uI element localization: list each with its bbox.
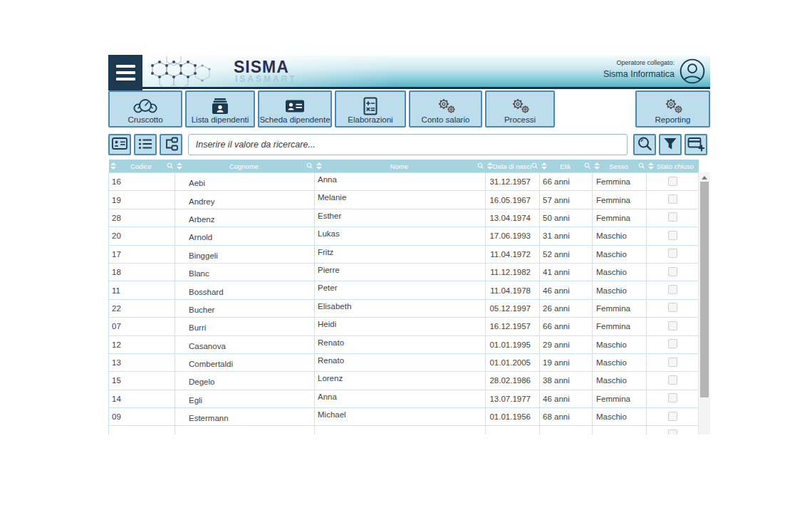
gears-icon (662, 97, 684, 115)
column-header-data-di-nascita[interactable]: Data di nascita (486, 160, 540, 173)
table-row[interactable]: 11 Bosshard Peter 11.04.1978 46 anni Mas… (109, 281, 699, 299)
cell-sesso: Maschio (593, 263, 647, 281)
cell-stato-chiuso (647, 281, 699, 299)
column-search-icon[interactable] (584, 162, 591, 170)
stato-chiuso-checkbox[interactable] (668, 249, 677, 258)
table-row[interactable]: 19 Andrey Melanie 16.05.1967 57 anni Fem… (109, 191, 699, 209)
table-row[interactable]: 07 Burri Heidi 16.12.1957 66 anni Femmin… (109, 318, 699, 335)
column-search-icon[interactable] (477, 162, 484, 170)
column-search-icon[interactable] (638, 162, 645, 170)
cell-stato-chiuso (647, 390, 699, 407)
sort-icon[interactable] (316, 162, 322, 170)
table-row[interactable]: 12 Casanova Renato 01.01.1995 29 anni Ma… (109, 335, 699, 353)
cell-cognome: Casanova (175, 335, 315, 353)
cell-sesso: Femmina (593, 191, 647, 209)
cell-sesso: Maschio (593, 281, 647, 299)
cell-eta: 46 anni (540, 281, 593, 299)
id-card-icon (285, 97, 305, 115)
stato-chiuso-checkbox[interactable] (668, 285, 677, 294)
stato-chiuso-checkbox[interactable] (668, 339, 677, 348)
cell-stato-chiuso (647, 245, 699, 263)
table-row[interactable]: 15 Degelo Lorenz 28.02.1986 38 anni Masc… (109, 372, 699, 390)
search-toolbar (108, 134, 710, 155)
table-row[interactable]: 09 Estermann Michael 01.01.1956 68 anni … (109, 408, 699, 426)
stato-chiuso-checkbox[interactable] (668, 412, 677, 421)
stato-chiuso-checkbox[interactable] (668, 303, 677, 312)
cell-sesso: Femmina (593, 299, 647, 317)
stato-chiuso-checkbox[interactable] (668, 375, 677, 385)
stato-chiuso-checkbox[interactable] (668, 430, 677, 434)
table-row[interactable]: 18 Blanc Pierre 11.12.1982 41 anni Masch… (109, 263, 699, 281)
column-search-icon[interactable] (306, 162, 313, 170)
cell-stato-chiuso (647, 263, 699, 281)
sort-icon[interactable] (110, 162, 116, 170)
toolbar-button-cruscotto[interactable]: Cruscotto (108, 90, 182, 128)
stato-chiuso-checkbox[interactable] (668, 321, 677, 331)
scrollbar-thumb[interactable] (700, 182, 709, 397)
card-view-icon (112, 137, 127, 152)
cell-sesso: Maschio (593, 372, 647, 390)
table-row[interactable]: 17 Binggeli Fritz 11.04.1972 52 anni Mas… (109, 245, 699, 263)
table-row[interactable]: 20 Arnold Lukas 17.06.1993 31 anni Masch… (109, 227, 699, 245)
tree-view-button[interactable] (160, 134, 182, 155)
toolbar-button-scheda-dipendente[interactable]: Scheda dipendente (258, 90, 332, 128)
column-search-icon[interactable] (167, 162, 174, 170)
stato-chiuso-checkbox[interactable] (668, 267, 677, 276)
filter-icon (663, 137, 677, 153)
cell-nome: Renato (315, 335, 486, 353)
stato-chiuso-checkbox[interactable] (668, 231, 677, 240)
sort-icon[interactable] (594, 162, 600, 170)
table-row[interactable]: 22 Bucher Elisabeth 05.12.1997 26 anni F… (109, 299, 699, 317)
toolbar-button-processi[interactable]: Processi (485, 90, 555, 128)
stato-chiuso-checkbox[interactable] (668, 393, 677, 402)
column-header-eta[interactable]: Età (540, 160, 593, 173)
table-row[interactable] (109, 426, 699, 434)
cell-eta: 66 anni (540, 318, 593, 335)
stato-chiuso-checkbox[interactable] (668, 194, 677, 204)
toolbar-button-lista-dipendenti[interactable]: Lista dipendenti (185, 90, 255, 128)
search-input[interactable] (188, 134, 628, 155)
stato-chiuso-checkbox[interactable] (668, 212, 677, 222)
table-row[interactable]: 16 Aebi Anna 31.12.1957 66 anni Femmina (109, 173, 699, 191)
cell-eta: 38 anni (540, 372, 593, 390)
table-row[interactable]: 14 Egli Anna 13.07.1977 46 anni Femmina (109, 390, 699, 407)
cell-codice: 09 (109, 408, 175, 426)
toolbar-button-conto-salario[interactable]: Conto salario (409, 90, 482, 128)
sort-icon[interactable] (487, 162, 493, 170)
table-row[interactable]: 28 Arbenz Esther 13.04.1974 50 anni Femm… (109, 209, 699, 227)
list-view-button[interactable] (134, 134, 157, 155)
cell-cognome: Bosshard (175, 281, 315, 299)
avatar[interactable] (679, 58, 706, 85)
toolbar-button-reporting[interactable]: Reporting (635, 90, 710, 128)
filter-button[interactable] (659, 134, 682, 155)
column-header-nome[interactable]: Nome (315, 160, 486, 173)
stato-chiuso-checkbox[interactable] (668, 177, 677, 186)
cell-nome: Melanie (315, 191, 486, 209)
column-header-stato-chiuso[interactable]: Stato chiuso (647, 160, 699, 173)
search-button[interactable] (633, 134, 656, 155)
operator-info: Operatore collegato: Sisma Informatica (603, 59, 675, 79)
sort-icon[interactable] (177, 162, 182, 170)
sort-icon[interactable] (541, 162, 547, 170)
menu-button[interactable] (108, 55, 142, 90)
stato-chiuso-checkbox[interactable] (668, 358, 677, 367)
card-view-button[interactable] (108, 134, 131, 155)
column-search-icon[interactable] (531, 162, 538, 170)
vertical-scrollbar[interactable] (698, 172, 710, 434)
column-header-cognome[interactable]: Cognome (175, 160, 315, 173)
cell-data-nascita: 11.12.1982 (486, 263, 540, 281)
cell-data-nascita: 13.07.1977 (486, 390, 540, 407)
employee-table: Codice Cognome Nome (108, 160, 699, 434)
cell-eta: 26 anni (540, 299, 593, 317)
sort-icon[interactable] (648, 162, 654, 170)
column-header-sesso[interactable]: Sesso (593, 160, 647, 173)
column-header-codice[interactable]: Codice (109, 160, 175, 173)
cell-sesso: Femmina (593, 390, 647, 407)
scroll-up-arrow-icon[interactable] (702, 176, 707, 179)
table-row[interactable]: 13 Combertaldi Renato 01.01.2005 19 anni… (109, 353, 699, 371)
toolbar-button-elaborazioni[interactable]: Elaborazioni (335, 90, 406, 128)
add-record-button[interactable] (685, 134, 707, 155)
gears-icon (509, 97, 531, 115)
cell-codice: 07 (109, 318, 175, 335)
cell-eta: 66 anni (540, 173, 593, 191)
